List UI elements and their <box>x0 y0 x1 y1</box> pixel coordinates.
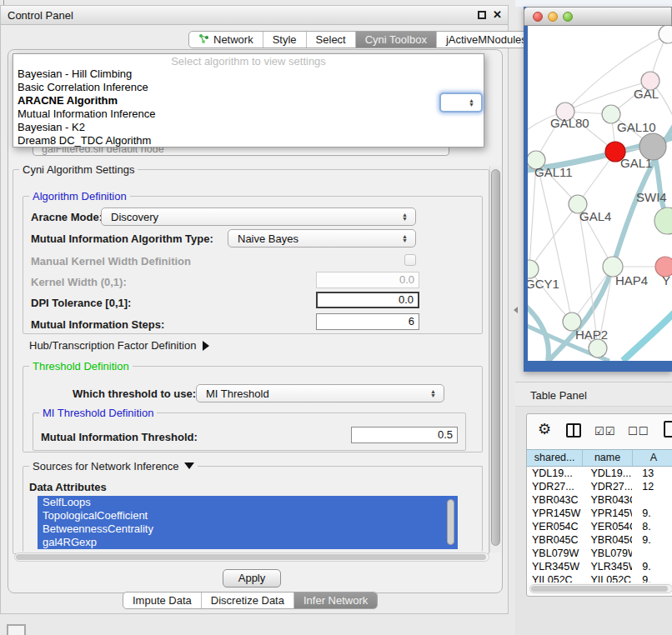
table-row[interactable]: YDL19...YDL19...13 <box>527 467 672 480</box>
table-row[interactable]: YBL079WYBL079W <box>527 547 672 560</box>
table-cell[interactable]: 13 <box>632 467 672 480</box>
table-cell[interactable]: YBL079W <box>583 547 633 560</box>
table-horizontal-scrollbar[interactable] <box>529 584 672 593</box>
table-cell[interactable]: YDL19... <box>583 467 633 480</box>
table-row[interactable]: YPR145WYPR145W9. <box>527 507 672 520</box>
attribute-item-betweennesscentrality[interactable]: BetweennessCentrality <box>38 522 458 536</box>
table-cell[interactable]: YLR345W <box>583 560 633 573</box>
table-cell[interactable]: YDR27... <box>527 480 583 493</box>
table-cell[interactable]: YER054C <box>583 520 633 533</box>
algorithm-option-basic-correlation[interactable]: Basic Correlation Inference <box>13 81 484 94</box>
table-cell[interactable]: 9. <box>632 560 672 573</box>
algorithm-option-mutual-information[interactable]: Mutual Information Inference <box>13 108 484 121</box>
network-node-gcy1[interactable] <box>528 260 539 278</box>
mi-algorithm-type-combo[interactable]: Naive Bayes ▲▼ <box>228 229 416 248</box>
select-all-icon[interactable]: ☑☑ <box>594 425 615 438</box>
tab-select[interactable]: Select <box>306 32 355 48</box>
table-cell[interactable]: YER054C <box>527 520 583 533</box>
table-cell[interactable]: 9. <box>632 507 672 520</box>
table-cell[interactable]: YPR145W <box>527 507 583 520</box>
zoom-traffic-light[interactable] <box>563 12 573 22</box>
tab-jactivemnodules[interactable]: jActiveMNodules <box>436 32 536 48</box>
settings-horizontal-scrollbar-thumb[interactable] <box>16 554 486 560</box>
settings-vertical-scrollbar-thumb[interactable] <box>491 169 500 546</box>
table-cell[interactable]: YDL19... <box>527 467 583 480</box>
sources-group-title[interactable]: Sources for Network Inference <box>29 460 198 472</box>
table-cell[interactable]: YBL079W <box>527 547 583 560</box>
minimize-traffic-light[interactable] <box>548 12 558 22</box>
table-cell[interactable]: 8. <box>632 520 672 533</box>
network-node[interactable] <box>589 339 607 358</box>
algorithm-option-bayesian-k2[interactable]: Bayesian - K2 <box>13 121 484 134</box>
table-cell[interactable]: YPR145W <box>583 507 633 520</box>
float-window-button[interactable] <box>478 11 486 19</box>
network-canvas[interactable]: GALGAL80GAL10GAL1GAL11GAL4SWI4GCY1HAP4YH… <box>528 26 672 361</box>
tab-discretize-data[interactable]: Discretize Data <box>201 592 293 608</box>
table-row[interactable]: YDR27...YDR27...12 <box>527 480 672 493</box>
tab-infer-network[interactable]: Infer Network <box>293 592 377 608</box>
mi-threshold-field[interactable]: 0.5 <box>351 427 458 443</box>
network-edge[interactable] <box>536 160 572 322</box>
network-edge[interactable] <box>529 204 578 269</box>
table-row[interactable]: YLR345WYLR345W9. <box>527 560 672 573</box>
close-panel-button[interactable]: ✕ <box>493 8 502 21</box>
table-cell[interactable]: YBR043C <box>527 493 583 507</box>
table-cell[interactable] <box>632 493 672 507</box>
data-attributes-list[interactable]: SelfLoops TopologicalCoefficient Between… <box>38 496 458 549</box>
attribute-item-gal4rgexp[interactable]: gal4RGexp <box>38 536 458 549</box>
table-cell[interactable]: 9. <box>632 573 672 582</box>
table-cell[interactable]: YBR043C <box>583 493 633 507</box>
mi-steps-field[interactable]: 6 <box>316 313 419 330</box>
table-cell[interactable]: 9. <box>632 533 672 547</box>
splitter-collapse-arrow[interactable] <box>514 307 518 313</box>
attributes-list-scrollbar[interactable] <box>447 499 454 545</box>
table-cell[interactable] <box>632 547 672 560</box>
apply-button[interactable]: Apply <box>223 569 281 588</box>
float-panel-icon[interactable] <box>7 624 26 635</box>
network-node[interactable] <box>659 26 672 43</box>
table-cell[interactable]: YBR045C <box>527 533 583 547</box>
table-row[interactable]: YIL052CYIL052C9. <box>527 573 672 582</box>
network-edge[interactable] <box>623 311 672 361</box>
column-header-shared-name[interactable]: shared... <box>527 450 583 466</box>
algorithm-option-bayesian-hill-climbing[interactable]: Bayesian - Hill Climbing <box>13 68 484 81</box>
table-row[interactable]: YBR045CYBR045C9. <box>527 533 672 547</box>
deselect-all-icon[interactable]: ☐☐ <box>628 425 649 438</box>
algorithm-option-aracne[interactable]: ARACNE Algorithm <box>13 94 484 108</box>
tab-impute-data[interactable]: Impute Data <box>123 592 201 608</box>
control-panel-titlebar[interactable]: Control Panel ✕ <box>1 6 508 25</box>
table-panel-titlebar[interactable]: Table Panel <box>515 382 672 407</box>
table-horizontal-scrollbar-thumb[interactable] <box>531 586 668 592</box>
settings-horizontal-scrollbar[interactable] <box>14 552 489 562</box>
attribute-item-selfloops[interactable]: SelfLoops <box>38 496 458 509</box>
table-cell[interactable]: YIL052C <box>583 573 633 582</box>
table-row[interactable]: YBR043CYBR043C <box>527 493 672 507</box>
gear-icon[interactable]: ⚙ <box>538 420 551 438</box>
aracne-mode-combo[interactable]: Discovery ▲▼ <box>101 208 416 226</box>
network-window-titlebar[interactable] <box>524 7 672 26</box>
column-header-name[interactable]: name <box>583 450 633 466</box>
tab-style[interactable]: Style <box>263 32 306 48</box>
table-cell[interactable]: YIL052C <box>527 573 583 582</box>
table-row[interactable]: YER054CYER054C8. <box>527 520 672 533</box>
column-header-partial[interactable]: A <box>633 450 672 466</box>
table-cell[interactable]: 12 <box>632 480 672 493</box>
attribute-item-topologicalcoefficient[interactable]: TopologicalCoefficient <box>38 509 458 522</box>
algorithm-option-dream8[interactable]: Dream8 DC_TDC Algorithm <box>13 134 484 148</box>
dpi-tolerance-field[interactable]: 0.0 <box>316 292 419 308</box>
close-traffic-light[interactable] <box>533 12 543 22</box>
columns-icon[interactable] <box>566 423 581 438</box>
which-threshold-combo[interactable]: MI Threshold ▲▼ <box>196 384 444 402</box>
network-graph[interactable]: GALGAL80GAL10GAL1GAL11GAL4SWI4GCY1HAP4YH… <box>528 26 672 361</box>
network-node-swi4[interactable] <box>654 208 672 234</box>
tab-network[interactable]: Network <box>189 32 263 48</box>
kernel-width-field[interactable]: 0.0 <box>316 272 419 288</box>
document-icon[interactable] <box>664 421 672 438</box>
tab-cyni-toolbox[interactable]: Cyni Toolbox <box>355 32 436 48</box>
hub-tf-definition-toggle[interactable]: Hub/Transcription Factor Definition <box>29 339 209 352</box>
table-cell[interactable]: YLR345W <box>527 560 583 573</box>
settings-vertical-scrollbar[interactable] <box>489 166 501 552</box>
table-cell[interactable]: YDR27... <box>583 480 633 493</box>
manual-kernel-width-checkbox[interactable] <box>404 254 416 266</box>
inference-algorithm-combo-stepper[interactable]: ▲▼ <box>439 92 483 112</box>
